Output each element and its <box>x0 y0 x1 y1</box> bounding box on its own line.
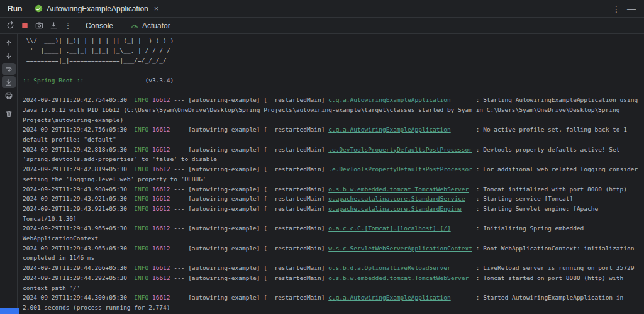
log-context: --- [autowiring-example] [ restartedMain… <box>170 165 329 172</box>
run-config-tab[interactable]: AutowiringExampleApplication × <box>30 0 164 18</box>
log-pid: 16612 <box>152 146 170 153</box>
log-timestamp: 2024-09-29T11:29:43.965+05:30 <box>23 225 134 232</box>
log-message: Tomcat initialized with port 8080 (http) <box>483 186 627 193</box>
clear-all-icon <box>4 109 13 118</box>
logger-link[interactable]: w.s.c.ServletWebServerApplicationContext <box>328 245 472 252</box>
log-level: INFO <box>134 165 148 172</box>
tool-window-title: Run <box>5 4 30 13</box>
log-context: --- [autowiring-example] [ restartedMain… <box>170 195 329 202</box>
log-context: --- [autowiring-example] [ restartedMain… <box>170 205 329 212</box>
console-text: : <box>451 96 483 103</box>
console-line: ' |____| .__|_| |_|_| |_\__, | / / / / <box>23 46 640 56</box>
log-pid: 16612 <box>152 245 170 252</box>
log-message: LiveReload server is running on port 357… <box>483 264 634 271</box>
console-line: 2024-09-29T11:29:44.292+05:30 INFO 16612… <box>23 273 640 293</box>
console-line: 2024-09-29T11:29:42.818+05:30 INFO 16612… <box>23 145 640 164</box>
console-text: : <box>451 225 483 232</box>
clear-all-button[interactable] <box>2 108 16 120</box>
console-text <box>23 67 26 74</box>
console-line: 2024-09-29T11:29:43.965+05:30 INFO 16612… <box>23 244 640 263</box>
logger-link[interactable]: o.s.b.d.a.OptionalLiveReloadServer <box>328 264 450 271</box>
console-text: : <box>469 186 483 193</box>
scroll-to-end-button[interactable] <box>2 76 16 88</box>
thread-dump-camera-icon <box>35 21 44 30</box>
stop-button[interactable] <box>18 19 31 33</box>
log-timestamp: 2024-09-29T11:29:42.818+05:30 <box>23 146 134 153</box>
log-level: INFO <box>134 186 148 193</box>
tool-window-body: \\/ ___)| |_)| | | | | || (_| | ) ) ) ) … <box>0 34 644 314</box>
scroll-down-button[interactable] <box>2 50 16 62</box>
log-pid: 16612 <box>152 274 170 281</box>
logger-link[interactable]: o.s.b.w.embedded.tomcat.TomcatWebServer <box>328 186 469 193</box>
console-text: : <box>472 146 483 153</box>
log-timestamp: 2024-09-29T11:29:42.756+05:30 <box>23 126 134 133</box>
logger-link[interactable]: c.g.a.AutowiringExampleApplication <box>328 96 450 103</box>
log-level: INFO <box>134 225 148 232</box>
banner-line: \\/ ___)| |_)| | | | | || (_| | ) ) ) ) <box>23 37 174 44</box>
hide-tool-window-icon[interactable]: — <box>624 2 639 16</box>
close-icon[interactable]: × <box>154 4 159 13</box>
log-timestamp: 2024-09-29T11:29:43.908+05:30 <box>23 186 134 193</box>
console-line: 2024-09-29T11:29:44.300+05:30 INFO 16612… <box>23 293 640 312</box>
more-vertical-icon[interactable]: ⋮ <box>61 19 75 33</box>
log-context: --- [autowiring-example] [ restartedMain… <box>170 264 329 271</box>
logger-link[interactable]: c.g.a.AutowiringExampleApplication <box>328 294 450 301</box>
logger-link[interactable]: o.apache.catalina.core.StandardEngine <box>328 205 462 212</box>
log-timestamp: 2024-09-29T11:29:44.300+05:30 <box>23 294 134 301</box>
logger-link[interactable]: c.g.a.AutowiringExampleApplication <box>328 126 450 133</box>
run-toolbar: ⋮ Console Actuator <box>0 18 644 34</box>
tab-console[interactable]: Console <box>79 18 119 34</box>
log-pid: 16612 <box>152 205 170 212</box>
log-context: --- [autowiring-example] [ restartedMain… <box>170 225 329 232</box>
stop-icon <box>20 21 30 30</box>
spring-boot-icon <box>35 4 43 13</box>
scroll-up-button[interactable] <box>2 36 16 48</box>
log-pid: 16612 <box>152 294 170 301</box>
log-pid: 16612 <box>152 195 170 202</box>
logger-link[interactable]: o.apache.catalina.core.StandardService <box>328 195 465 202</box>
log-level: INFO <box>134 264 148 271</box>
console-text: : <box>465 195 484 202</box>
heap-dump-icon <box>49 21 58 30</box>
tab-actuator[interactable]: Actuator <box>124 18 177 34</box>
console-log: \\/ ___)| |_)| | | | | || (_| | ) ) ) ) … <box>23 36 644 313</box>
console-text <box>84 77 145 84</box>
log-level: INFO <box>134 146 148 153</box>
logger-link[interactable]: o.a.c.c.C.[Tomcat].[localhost].[/] <box>328 225 450 232</box>
log-pid: 16612 <box>152 96 170 103</box>
console-text: : <box>462 205 483 212</box>
console-line <box>23 86 640 96</box>
soft-wrap-toggle[interactable] <box>2 63 16 75</box>
console-text: : <box>451 126 483 133</box>
log-context: --- [autowiring-example] [ restartedMain… <box>170 146 329 153</box>
more-options-icon[interactable]: ⋮ <box>609 2 624 16</box>
log-level: INFO <box>134 96 148 103</box>
log-timestamp: 2024-09-29T11:29:43.921+05:30 <box>23 205 134 212</box>
log-level: INFO <box>134 294 148 301</box>
log-context: --- [autowiring-example] [ restartedMain… <box>170 96 329 103</box>
log-pid: 16612 <box>152 165 170 172</box>
rerun-icon <box>6 21 15 30</box>
run-config-tab-label: AutowiringExampleApplication <box>47 4 148 13</box>
print-button[interactable] <box>2 89 16 101</box>
log-timestamp: 2024-09-29T11:29:43.965+05:30 <box>23 245 134 252</box>
log-level: INFO <box>134 245 148 252</box>
thread-dump-button[interactable] <box>32 19 46 33</box>
logger-link[interactable]: .e.DevToolsPropertyDefaultsPostProcessor <box>328 165 472 172</box>
log-pid: 16612 <box>152 126 170 133</box>
scroll-down-icon <box>4 52 13 60</box>
banner-line: =========|_|==============|___/=/_/_/_/ <box>23 57 167 64</box>
logger-link[interactable]: o.s.b.w.embedded.tomcat.TomcatWebServer <box>328 274 469 281</box>
console-left-rail <box>0 34 18 314</box>
log-timestamp: 2024-09-29T11:29:42.819+05:30 <box>23 165 134 172</box>
heap-dump-button[interactable] <box>47 19 60 33</box>
console-line: :: Spring Boot :: (v3.3.4) <box>23 76 640 86</box>
scroll-to-end-icon <box>4 78 13 87</box>
rerun-button[interactable] <box>3 19 17 33</box>
console-line: \\/ ___)| |_)| | | | | || (_| | ) ) ) ) <box>23 36 640 46</box>
console-text: : <box>451 264 483 271</box>
console-output[interactable]: \\/ ___)| |_)| | | | | || (_| | ) ) ) ) … <box>18 34 644 314</box>
console-line <box>23 65 640 76</box>
logger-link[interactable]: .e.DevToolsPropertyDefaultsPostProcessor <box>328 146 472 153</box>
tool-window-header: Run AutowiringExampleApplication × ⋮ — <box>0 0 644 18</box>
